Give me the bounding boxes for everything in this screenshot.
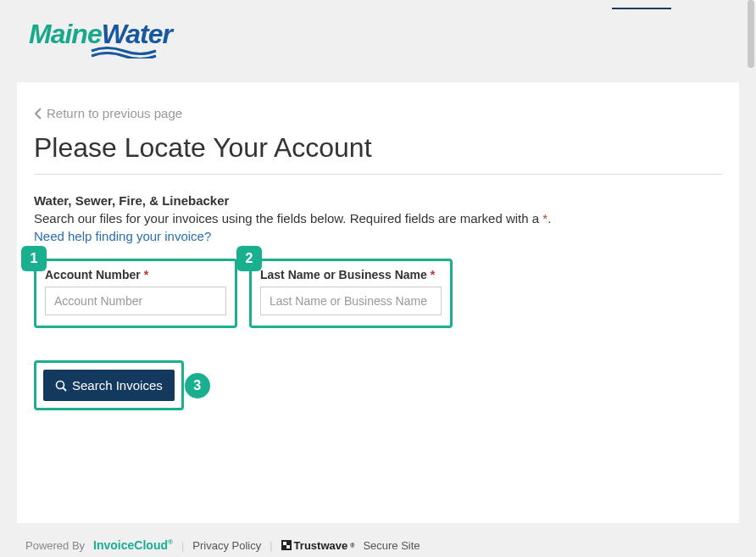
name-group: 2 Last Name or Business Name * [249, 259, 453, 328]
step-badge-3: 3 [185, 373, 210, 398]
search-button-label: Search Invoices [72, 378, 163, 393]
account-number-label: Account Number * [45, 268, 226, 281]
step-badge-2: 2 [236, 246, 262, 271]
svg-rect-2 [281, 540, 292, 550]
powered-by-text: Powered By [25, 539, 85, 552]
separator: | [270, 539, 272, 552]
page-title: Please Locate Your Account [34, 132, 722, 164]
account-number-input[interactable] [45, 287, 226, 315]
search-icon [55, 380, 67, 392]
invoicecloud-logo[interactable]: InvoiceCloud® [93, 538, 173, 552]
logo-text-water: Water [102, 19, 172, 49]
step-badge-1: 1 [21, 246, 47, 271]
logo-text-maine: Maine [29, 19, 102, 49]
content-card: Return to previous page Please Locate Yo… [17, 82, 739, 523]
help-link[interactable]: Need help finding your invoice? [34, 229, 211, 243]
privacy-policy-link[interactable]: Privacy Policy [192, 539, 261, 552]
section-subhead: Water, Sewer, Fire, & Linebacker [34, 193, 722, 208]
search-button-wrap: Search Invoices 3 [34, 360, 184, 410]
scrollbar[interactable] [748, 0, 754, 68]
wave-icon [90, 47, 731, 62]
return-link[interactable]: Return to previous page [34, 106, 182, 120]
footer: Powered By InvoiceCloud® | Privacy Polic… [17, 530, 739, 557]
header: MaineWater [0, 0, 756, 82]
section-description: Search our files for your invoices using… [34, 211, 722, 226]
separator: | [181, 539, 184, 552]
chevron-left-icon [34, 108, 42, 120]
name-label: Last Name or Business Name * [260, 268, 442, 281]
svg-point-0 [57, 381, 64, 388]
search-invoices-button[interactable]: Search Invoices [43, 370, 175, 401]
trustwave-icon [281, 540, 292, 550]
svg-line-1 [64, 387, 67, 391]
name-input[interactable] [260, 287, 442, 315]
logo[interactable]: MaineWater [29, 19, 731, 62]
return-link-text: Return to previous page [47, 106, 182, 120]
account-number-group: 1 Account Number * [34, 259, 237, 328]
nav-underline [612, 7, 671, 9]
form-row: 1 Account Number * 2 Last Name or Busine… [34, 259, 722, 328]
divider [34, 174, 722, 175]
trustwave-badge[interactable]: Trustwave® [281, 539, 355, 552]
secure-site-text: Secure Site [363, 539, 420, 552]
